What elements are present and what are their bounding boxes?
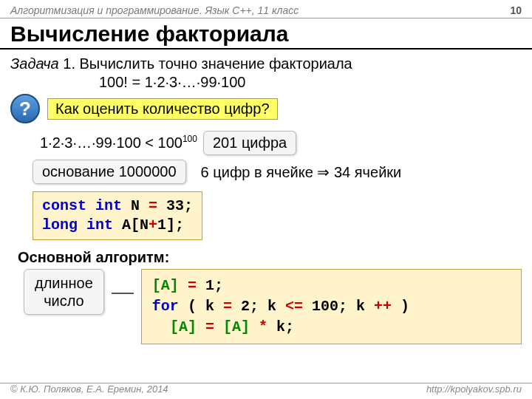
page-number: 10: [510, 4, 522, 16]
digits-bubble: 201 цифра: [203, 131, 296, 155]
course-title: Алгоритмизация и программирование. Язык …: [10, 4, 299, 16]
long-number-bubble: длинное число: [24, 269, 104, 315]
base-row: основание 1000000 6 цифр в ячейке ⇒ 34 я…: [33, 160, 522, 184]
algo-code: [A] = 1; for ( k = 2; k <= 100; k ++ ) […: [141, 269, 522, 344]
header: Алгоритмизация и программирование. Язык …: [0, 0, 532, 18]
task-label: Задача: [10, 55, 59, 72]
footer: © К.Ю. Поляков, Е.А. Еремин, 2014 http:/…: [0, 383, 532, 395]
task-line: Задача 1. Вычислить точно значение факто…: [10, 55, 522, 72]
connector-line: [112, 282, 134, 304]
question-row: ? Как оценить количество цифр?: [10, 94, 522, 123]
base-bubble: основание 1000000: [33, 160, 186, 184]
task-num: 1.: [63, 55, 75, 72]
inequality: 1·2·3·…·99·100 < 100100: [40, 131, 197, 151]
copyright: © К.Ю. Поляков, Е.А. Еремин, 2014: [10, 383, 168, 395]
question-badge: ?: [10, 94, 40, 123]
question-mark-icon: ?: [19, 98, 31, 120]
algo-row: длинное число [A] = 1; for ( k = 2; k <=…: [24, 269, 522, 344]
task-text: Вычислить точно значение факториала: [80, 55, 352, 72]
question-text: Как оценить количество цифр?: [47, 98, 278, 120]
algo-title: Основной алгоритм:: [18, 249, 522, 266]
footer-url: http://kpolyakov.spb.ru: [426, 383, 522, 395]
declaration-code: const int N = 33; long int A[N+1];: [33, 191, 202, 240]
page-title: Вычисление факториала: [0, 18, 532, 50]
estimate-row: 1·2·3·…·99·100 < 100100 201 цифра: [40, 131, 522, 155]
cells-text: 6 цифр в ячейке ⇒ 34 ячейки: [201, 163, 402, 181]
content: Задача 1. Вычислить точно значение факто…: [0, 50, 532, 344]
task-formula: 100! = 1·2·3·…·99·100: [10, 74, 522, 91]
